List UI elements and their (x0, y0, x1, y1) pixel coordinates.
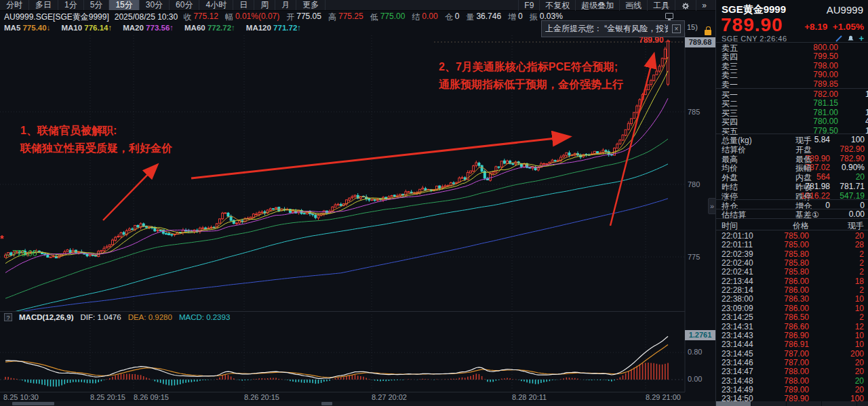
trade-row: 22:02:40785.802 (716, 258, 868, 267)
panel-tab[interactable] (716, 401, 751, 406)
orderbook-row-买三[interactable]: 买三781.00100 (716, 108, 868, 117)
instrument-code: AU9999 (827, 4, 863, 16)
period-tab-60分[interactable]: 60分 (170, 0, 199, 10)
time-axis: 8.25 10:308.25 20:158.26 09:158.26 20:15… (0, 392, 685, 401)
quote-field-幅: 幅0.01%(0.07) (225, 12, 279, 23)
stat-row: 持仓0增仓0 (716, 201, 868, 209)
notice-count: 15) (687, 23, 698, 31)
risk-notice-banner: 上金所提示您： “金银有风险，投资须三思” × (541, 20, 685, 37)
orderbook-row-买一[interactable]: 买一782.00101 (716, 89, 868, 98)
orderbook-row-卖二[interactable]: 卖二790.0020 (716, 70, 868, 79)
macd-name: MACD(12,26,9) (19, 313, 74, 321)
symbol-label: AU9999.SGE[SGE黄金9999] (4, 12, 109, 23)
trade-row: 23:14:48788.0020 (716, 376, 868, 385)
toolbar-item-工具[interactable]: 工具 (647, 0, 675, 11)
last-price: 789.90 (721, 14, 783, 36)
price-tick-785: 785 (688, 108, 700, 116)
toolbar-right: F9不复权超级叠加画线工具» (518, 0, 712, 11)
period-tab-分时[interactable]: 分时 (0, 0, 29, 10)
divider (716, 218, 868, 219)
lock-icon[interactable] (705, 30, 711, 35)
expand-toolbar-icon[interactable]: » (696, 0, 712, 11)
period-tab-5分[interactable]: 5分 (84, 0, 110, 10)
divider (716, 88, 868, 89)
trade-row: 23:14:46787.0020 (716, 358, 868, 367)
period-tab-4小时[interactable]: 4小时 (199, 0, 233, 10)
panel-tab[interactable] (751, 401, 787, 406)
stat-row: 昨结781.98昨收781.71 (716, 182, 868, 190)
chart-scrollbar[interactable] (0, 401, 715, 406)
period-tab-15分[interactable]: 15分 (109, 0, 139, 10)
datetime-label: 2025/08/25 10:30 (115, 12, 178, 22)
period-tab-月[interactable]: 月 (275, 0, 296, 10)
trade-row: 23:09:09786.0010 (716, 304, 868, 312)
quote-field-量: 量36.746 (466, 12, 501, 23)
period-tab-日[interactable]: 日 (233, 0, 254, 10)
trade-row: 22:01:11785.0028 (716, 240, 868, 249)
time-tick: 8.28 20:11 (512, 393, 547, 401)
trade-row: 23:14:49789.0020 (716, 385, 868, 394)
scrollbar-handle[interactable] (12, 402, 54, 405)
notice-text: 上金所提示您： “金银有风险，投资须三思” (545, 23, 668, 35)
divider (716, 230, 868, 230)
orderbook-row-卖三[interactable]: 卖三798.005 (716, 61, 868, 70)
divider (716, 209, 868, 209)
macd-dif: DIF: 1.0476 (81, 313, 121, 321)
time-tick: 8.26 20:15 (244, 393, 279, 401)
orderbook-row-卖五[interactable]: 卖五800.0030 (716, 43, 868, 52)
macd-peak-badge: 1.2761 (685, 330, 715, 340)
macd-axis-080: 0.80 (688, 348, 702, 356)
stat-row: 外盘564内盘20 (716, 172, 868, 181)
orderbook-row-买二[interactable]: 买二781.152 (716, 98, 868, 107)
panel-tab-strip[interactable] (716, 401, 868, 406)
ma-legend-MA60: MA60 772.72↑ (184, 24, 235, 33)
stat-row: 结算价开盘782.90 (716, 144, 868, 153)
pencil-icon[interactable] (835, 35, 843, 42)
macd-chart[interactable] (0, 312, 715, 392)
trade-row: 22:01:10785.0020 (716, 231, 868, 240)
panel-tab[interactable] (787, 401, 822, 406)
gear-icon[interactable] (681, 1, 690, 10)
quote-field-高: 高775.25 (328, 12, 363, 23)
annotation-2: 2、7月美通胀核心指标PCE符合预期;通胀预期指标低于预期，金价强势上行 (439, 58, 623, 94)
macd-axis-000: 0.00 (688, 375, 702, 383)
stat-row: 总量(kg)5.84现手100 (716, 135, 868, 144)
quote-field-低: 低775.00 (370, 12, 406, 23)
time-tick: 8.25 10:30 (3, 393, 39, 401)
quote-field-收: 收775.12 (183, 12, 218, 23)
period-tab-更多[interactable]: 更多 (296, 0, 326, 10)
orderbook-row-卖四[interactable]: 卖四799.5090 (716, 52, 868, 60)
stat-row: 均价787.02振幅0.90% (716, 163, 868, 171)
scrollbar-marker[interactable] (321, 402, 332, 405)
toolbar-item-超级叠加[interactable]: 超级叠加 (575, 0, 619, 11)
trade-row: 23:14:47788.0020 (716, 367, 868, 375)
orderbook-row-买四[interactable]: 买四780.00404 (716, 117, 868, 125)
period-tab-多日[interactable]: 多日 (29, 0, 58, 10)
time-tick: 8.25 20:15 (90, 393, 125, 401)
period-tab-周[interactable]: 周 (254, 0, 275, 10)
ma-legend-MA120: MA120 771.72↑ (246, 24, 301, 33)
low-price-callout: ←775.00 (4, 249, 37, 258)
stat-row: 最高789.90最低782.90 (716, 154, 868, 163)
panel-tab[interactable] (822, 401, 857, 406)
last-price-badge: 789.68 (685, 37, 715, 47)
orderbook-row-卖一[interactable]: 卖一789.855 (716, 79, 868, 88)
period-tab-30分[interactable]: 30分 (140, 0, 170, 10)
divider (716, 199, 868, 200)
trade-row: 22:13:44786.0018 (716, 277, 868, 285)
toolbar-item-画线[interactable]: 画线 (619, 0, 647, 11)
bell-icon[interactable] (847, 35, 854, 42)
trade-row: 22:28:14786.002 (716, 285, 868, 294)
macd-val: MACD: 0.2393 (179, 313, 230, 321)
time-tick: 8.26 09:15 (134, 393, 169, 401)
close-icon[interactable]: × (672, 24, 681, 33)
period-tab-1分[interactable]: 1分 (58, 0, 84, 10)
monitor-icon[interactable] (665, 13, 673, 19)
toolbar-item-F9[interactable]: F9 (518, 0, 539, 11)
ma-legend-MA20: MA20 773.56↑ (123, 24, 174, 33)
quote-field-仓: 仓0 (445, 12, 460, 23)
toolbar-item-不复权[interactable]: 不复权 (539, 0, 575, 11)
help-icon[interactable]: ? (4, 313, 12, 321)
trade-row: 23:14:43786.9010 (716, 331, 868, 340)
price-change: +8.19 +1.05% (804, 22, 864, 32)
